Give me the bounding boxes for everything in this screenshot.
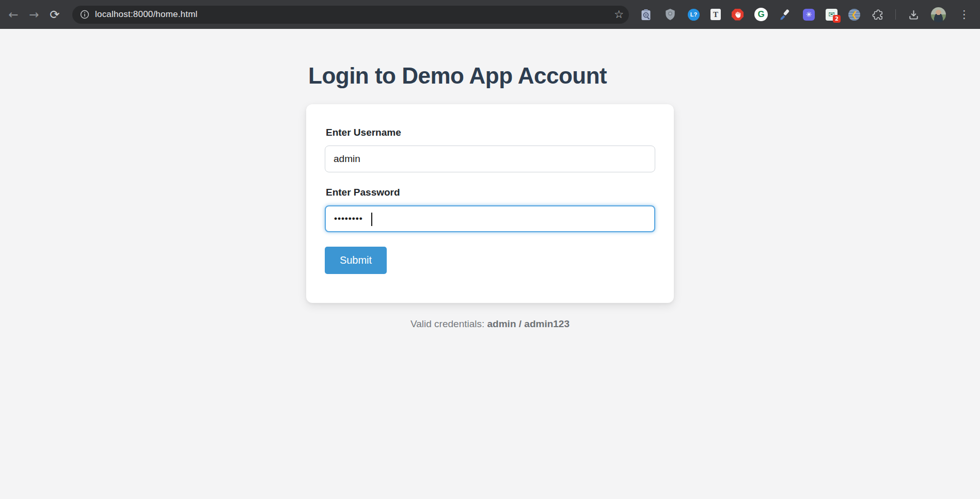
address-bar[interactable]: localhost:8000/home.html ☆	[72, 6, 629, 24]
password-label: Enter Password	[326, 187, 655, 198]
page-title: Login to Demo App Account	[308, 63, 674, 89]
username-label: Enter Username	[326, 127, 655, 138]
globe-share-extension-icon[interactable]: ❮	[848, 9, 860, 21]
forward-button[interactable]: →	[24, 4, 44, 25]
reload-button[interactable]: ⟳	[44, 4, 65, 25]
hint-prefix: Valid credentials:	[410, 318, 487, 329]
browser-toolbar: ← → ⟳ localhost:8000/home.html ☆	[0, 0, 980, 29]
mail-checker-extension-icon[interactable]: ✉ 2	[826, 9, 837, 21]
browser-menu-icon[interactable]: ⋮	[957, 9, 972, 20]
profile-avatar[interactable]	[931, 7, 946, 22]
grammarly-extension-icon[interactable]: G	[754, 8, 768, 21]
password-input[interactable]	[325, 205, 655, 232]
unread-count-badge: 2	[833, 15, 841, 23]
text-caret	[371, 213, 372, 226]
toolbar-separator	[895, 9, 896, 20]
t-document-extension-icon[interactable]: T	[710, 9, 721, 20]
languagetool-extension-icon[interactable]: L?	[688, 9, 700, 21]
eyedropper-extension-icon[interactable]	[779, 8, 792, 21]
forward-arrow-icon: →	[29, 8, 39, 21]
bookmark-star-icon[interactable]: ☆	[614, 9, 624, 20]
snowflake-extension-icon[interactable]: ✳	[803, 9, 815, 21]
back-arrow-icon: ←	[8, 8, 18, 21]
reload-icon: ⟳	[50, 8, 59, 21]
page-content: Login to Demo App Account Enter Username…	[0, 63, 980, 330]
shield-extension-icon[interactable]	[663, 8, 677, 21]
submit-button[interactable]: Submit	[325, 247, 387, 274]
extensions-row: L? T G ✳ ✉ 2 ❮	[636, 7, 975, 22]
downloads-button[interactable]	[907, 8, 920, 21]
clipboard-capture-extension-icon[interactable]	[639, 8, 653, 21]
username-input[interactable]	[325, 146, 655, 172]
credentials-hint: Valid credentials: admin / admin123	[306, 318, 674, 330]
login-card: Enter Username Enter Password Submit	[306, 104, 674, 303]
share-arrow-icon: ❮	[848, 9, 860, 21]
extensions-puzzle-icon[interactable]	[871, 8, 884, 21]
nav-button-group: ← → ⟳	[3, 4, 65, 25]
back-button[interactable]: ←	[3, 4, 24, 25]
site-info-icon[interactable]	[78, 8, 91, 21]
url-text: localhost:8000/home.html	[95, 9, 198, 20]
hint-credentials: admin / admin123	[487, 318, 570, 329]
adblock-stop-hand-icon[interactable]	[732, 9, 744, 21]
